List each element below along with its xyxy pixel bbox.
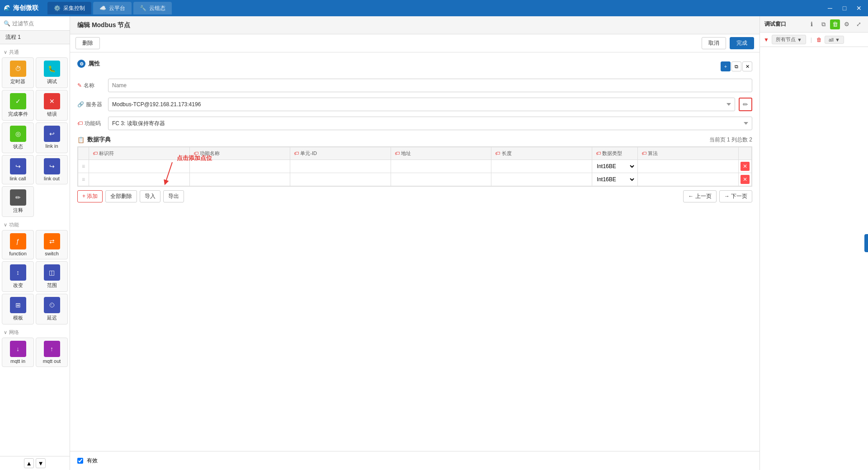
section-add-button[interactable]: + — [721, 61, 731, 71]
row1-name-input[interactable]: 温度 — [192, 162, 288, 170]
section-delete-button[interactable]: ✕ — [742, 61, 752, 71]
row2-address[interactable]: 1 — [391, 173, 491, 186]
row2-name-input[interactable]: 温度 — [192, 175, 288, 183]
node-comment[interactable]: ✏ 注释 — [2, 186, 34, 217]
add-button[interactable]: + 添加 — [77, 190, 103, 202]
server-edit-button[interactable]: ✏ — [739, 98, 752, 111]
node-linkcall[interactable]: ↪ link call — [2, 155, 34, 184]
drag-handle-2[interactable]: ≡ — [80, 176, 87, 183]
cancel-button[interactable]: 取消 — [702, 37, 726, 49]
node-delay[interactable]: ⏲ 延迟 — [36, 294, 68, 324]
row1-data-type[interactable]: Int16BE — [592, 160, 638, 173]
minimize-button[interactable]: ─ — [825, 3, 835, 14]
search-input[interactable] — [12, 20, 70, 27]
node-switch[interactable]: ⇄ switch — [36, 230, 68, 259]
close-button[interactable]: ✕ — [854, 3, 864, 14]
node-status[interactable]: ◎ 状态 — [2, 122, 34, 153]
row1-id-input[interactable]: CurrentTemperature — [91, 162, 188, 170]
section-copy-button[interactable]: ⧉ — [731, 61, 741, 71]
export-button[interactable]: 导出 — [163, 190, 184, 202]
server-select[interactable]: Modbus-TCP@192.168.21.173:4196 — [108, 98, 735, 111]
row2-id[interactable]: CurrentHumidity — [89, 173, 190, 186]
row1-unitid-input[interactable]: 1 — [292, 162, 389, 170]
row2-remove[interactable]: ✕ — [739, 173, 752, 186]
clear-all-button[interactable]: 全部删除 — [105, 190, 137, 202]
function-row: 🏷 功能码 FC 3: 读取保持寄存器 — [77, 117, 752, 130]
row1-name[interactable]: 温度 — [189, 160, 290, 173]
settings-button[interactable]: ⚙ — [842, 19, 852, 29]
editor-body: ⚙ 属性 + ⧉ ✕ ✎ 名称 — [70, 52, 760, 451]
node-template[interactable]: ⊞ 模板 — [2, 294, 34, 324]
row2-length[interactable]: 1 — [491, 173, 592, 186]
row1-remove-button[interactable]: ✕ — [741, 162, 750, 171]
row2-unitid-input[interactable]: 1 — [292, 175, 389, 183]
row2-formula-input[interactable]: %s/10 — [640, 175, 736, 183]
row2-datatype-select[interactable]: Int16BE — [594, 175, 636, 184]
prev-page-button[interactable]: ← 上一页 — [683, 190, 716, 202]
name-input[interactable] — [108, 79, 752, 92]
row1-remove[interactable]: ✕ — [739, 160, 752, 173]
col-length: 🏷 长度 — [491, 147, 592, 160]
change-icon: ↕ — [10, 264, 26, 281]
row1-address-input[interactable]: 0 — [393, 162, 490, 170]
filter-tag-nodes[interactable]: 所有节点 ▼ — [772, 35, 806, 44]
filter-tag-all[interactable]: all ▼ — [825, 36, 844, 44]
maximize-button[interactable]: □ — [839, 3, 850, 14]
row1-length-input[interactable]: 1 — [493, 162, 590, 170]
complete-button[interactable]: 完成 — [730, 37, 754, 49]
expand-button[interactable]: ⤢ — [854, 19, 863, 29]
complete-icon: ✓ — [10, 93, 26, 109]
row2-address-input[interactable]: 1 — [393, 175, 490, 183]
copy-button[interactable]: ⧉ — [818, 19, 828, 29]
function-select[interactable]: FC 3: 读取保持寄存器 — [108, 117, 752, 130]
row2-name[interactable]: 温度 — [189, 173, 290, 186]
col-data-type: 🏷 数据类型 — [592, 147, 638, 160]
row2-id-input[interactable]: CurrentHumidity — [91, 175, 188, 183]
import-button[interactable]: 导入 — [140, 190, 160, 202]
sidebar-down-button[interactable]: ▼ — [36, 458, 46, 468]
node-range[interactable]: ◫ 范围 — [36, 261, 68, 292]
sidebar-up-button[interactable]: ▲ — [24, 458, 34, 468]
row2-formula[interactable]: %s/10 — [638, 173, 739, 186]
row1-formula-input[interactable]: %s/10 — [640, 162, 736, 170]
info-button[interactable]: ℹ — [807, 19, 816, 29]
row2-drag[interactable]: ≡ — [78, 173, 89, 186]
drag-handle-1[interactable]: ≡ — [80, 163, 87, 169]
node-mqttin[interactable]: ↓ mqtt in — [2, 338, 34, 367]
main-layout: 🔍 流程 1 ∨ 共通 ⏱ 定时器 🐛 调试 ✓ — [0, 16, 868, 470]
clear-debug-button[interactable]: 🗑 — [830, 19, 840, 29]
node-error[interactable]: ✕ 错误 — [36, 90, 68, 121]
next-page-button[interactable]: → 下一页 — [719, 190, 752, 202]
row2-remove-button[interactable]: ✕ — [741, 175, 750, 184]
node-debug[interactable]: 🐛 调试 — [36, 57, 68, 88]
row2-length-input[interactable]: 1 — [493, 175, 590, 183]
dict-pagination: 当前页 1 列总数 2 — [709, 136, 752, 144]
row1-unit-id[interactable]: 1 — [290, 160, 391, 173]
node-linkout[interactable]: ↪ link out — [36, 155, 68, 184]
row2-data-type[interactable]: Int16BE — [592, 173, 638, 186]
node-linkin[interactable]: ↩ link in — [36, 122, 68, 153]
row1-address[interactable]: 0 — [391, 160, 491, 173]
node-timer[interactable]: ⏱ 定时器 — [2, 57, 34, 88]
right-edge-handle[interactable] — [864, 234, 868, 252]
node-change[interactable]: ↕ 改变 — [2, 261, 34, 292]
node-complete[interactable]: ✓ 完成事件 — [2, 90, 34, 121]
delete-button[interactable]: 删除 — [75, 37, 100, 49]
switch-icon: ⇄ — [44, 233, 60, 249]
row1-id[interactable]: CurrentTemperature — [89, 160, 190, 173]
app-logo: 🌊 海创微联 — [4, 4, 38, 12]
flow-tab[interactable]: 流程 1 — [0, 31, 70, 44]
node-mqttout[interactable]: ↑ mqtt out — [36, 338, 68, 367]
valid-checkbox[interactable] — [77, 458, 83, 464]
filter-icon: ▼ — [764, 37, 769, 43]
row2-unit-id[interactable]: 1 — [290, 173, 391, 186]
editor-panel: 编辑 Modbus 节点 删除 取消 完成 ⚙ 属性 + — [70, 16, 760, 470]
row1-drag[interactable]: ≡ — [78, 160, 89, 173]
row1-length[interactable]: 1 — [491, 160, 592, 173]
row1-datatype-select[interactable]: Int16BE — [594, 162, 636, 171]
tab-collect[interactable]: ⚙️ 采集控制 — [47, 2, 91, 14]
row1-formula[interactable]: %s/10 — [638, 160, 739, 173]
tab-cloud-config[interactable]: 🔧 云组态 — [133, 2, 172, 14]
node-function[interactable]: ƒ function — [2, 230, 34, 259]
tab-cloud[interactable]: ☁️ 云平台 — [93, 2, 132, 14]
